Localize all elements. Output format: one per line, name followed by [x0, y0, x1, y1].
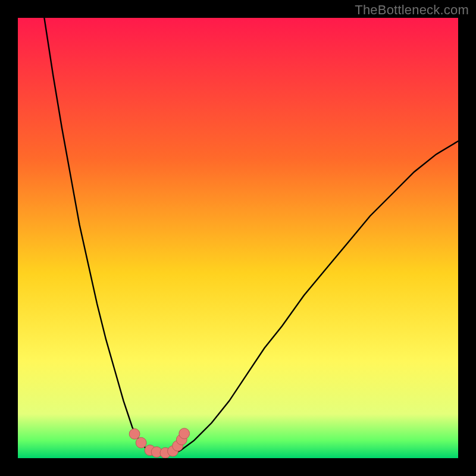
plot-area: [18, 18, 458, 458]
curve-marker: [136, 437, 146, 448]
curve-marker: [129, 428, 140, 439]
chart-svg: [18, 18, 458, 458]
watermark-text: TheBottleneck.com: [355, 2, 469, 18]
curve-marker: [179, 428, 190, 439]
gradient-background: [18, 18, 458, 458]
chart-frame: TheBottleneck.com: [0, 0, 476, 476]
